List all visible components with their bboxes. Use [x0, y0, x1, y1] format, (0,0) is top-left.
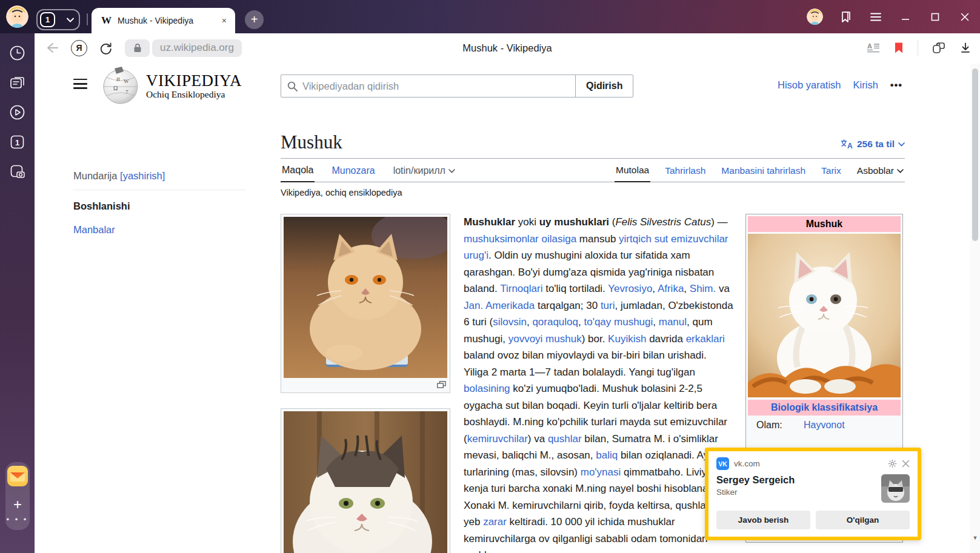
article-link[interactable]: Yevrosiyo: [608, 283, 652, 294]
notes-button[interactable]: [9, 75, 25, 91]
downloads-button[interactable]: [959, 42, 972, 54]
tab-mutolaa[interactable]: Mutolaa: [615, 160, 650, 182]
close-tab-icon[interactable]: ×: [219, 16, 229, 25]
svg-text:A: A: [867, 42, 872, 50]
tab-group-selector[interactable]: 1: [36, 9, 80, 30]
toc-item-boshlanishi[interactable]: Boshlanishi: [73, 200, 246, 212]
article-image-cat-on-book[interactable]: [281, 214, 450, 393]
reply-button[interactable]: Javob berish: [716, 511, 810, 529]
article-link[interactable]: Shim.: [690, 283, 716, 294]
article-image-tabby-cat[interactable]: [281, 408, 450, 553]
tab-manbasini-tahrirlash[interactable]: Manbasini tahrirlash: [720, 161, 807, 182]
screenshot-button[interactable]: [9, 164, 25, 180]
article-link[interactable]: bolasining: [464, 383, 510, 394]
bookmarks-panel-button[interactable]: [839, 10, 853, 24]
article-link[interactable]: mushuksimonlar oilasiga: [464, 233, 576, 245]
reader-mode-button[interactable]: A: [867, 42, 880, 54]
notification-close-button[interactable]: [902, 460, 910, 468]
sticker-thumbnail[interactable]: [881, 474, 910, 503]
wikipedia-logo[interactable]: Ω W 7 И VIKIPEDIYA Ochiq Ensiklopediya: [101, 66, 242, 105]
clock-icon: [9, 45, 25, 61]
add-shortcut-button[interactable]: +: [5, 492, 30, 517]
sync-profile-avatar[interactable]: [807, 8, 823, 25]
screenshot-camera-icon: [9, 164, 26, 180]
article-link[interactable]: zarar: [483, 516, 507, 528]
video-button[interactable]: [9, 104, 25, 121]
article-link[interactable]: Jan. Amerikada: [464, 300, 535, 311]
reload-button[interactable]: [99, 41, 113, 55]
tools-menu[interactable]: Asboblar: [856, 161, 905, 182]
wiki-search-box[interactable]: [281, 75, 576, 98]
yandex-mail-shortcut[interactable]: [7, 466, 28, 486]
mail-icon: [7, 466, 28, 486]
enlarge-icon[interactable]: [437, 381, 446, 388]
language-selector[interactable]: A 256 ta til: [841, 139, 905, 153]
browser-toolbar: Mushuk - Vikipediya Я: [35, 33, 980, 62]
girl-avatar-icon: [6, 5, 28, 28]
article-link[interactable]: erkaklari: [686, 333, 725, 345]
play-circle-icon: [9, 104, 25, 121]
reader-mode-icon: A: [867, 42, 880, 54]
bookmark-outline-icon: [839, 10, 853, 24]
window-minimize-button[interactable]: [899, 10, 912, 24]
notes-icon: [9, 75, 25, 91]
white-kitten-photo[interactable]: [748, 234, 901, 397]
wiki-main-menu-button[interactable]: [73, 79, 87, 92]
collections-button[interactable]: [932, 41, 946, 55]
article-link[interactable]: Tirnoqlari: [500, 283, 542, 294]
history-button[interactable]: [9, 45, 25, 61]
tab-munozara[interactable]: Munozara: [330, 161, 376, 182]
taxobox-row-value-link[interactable]: Hayvonot: [804, 420, 845, 431]
site-security-badge[interactable]: [125, 39, 150, 57]
search-submit-button[interactable]: Qidirish: [575, 75, 633, 98]
window-close-button[interactable]: [958, 10, 972, 24]
article-link[interactable]: kemiruvchilar: [467, 433, 528, 445]
new-tab-button[interactable]: +: [245, 10, 264, 29]
article-link[interactable]: baliq: [596, 449, 618, 461]
article-tab-bar: Maqola Munozara lotin/кирилл Mutolaa Tah…: [281, 160, 905, 182]
toc-divider: [73, 190, 246, 190]
article-link[interactable]: silovsin: [493, 316, 527, 328]
yandex-services-button[interactable]: Я: [71, 40, 87, 56]
browser-tab-active[interactable]: W Mushuk - Vikipediya ×: [92, 8, 235, 33]
article-link[interactable]: turi: [601, 300, 615, 311]
page-scrollbar[interactable]: ▼: [970, 64, 980, 553]
create-account-link[interactable]: Hisob yaratish: [778, 79, 841, 91]
toc-item-manbalar[interactable]: Manbalar: [73, 224, 115, 235]
girl-avatar-icon: [807, 8, 823, 25]
article-link[interactable]: mo'ynasi: [581, 466, 621, 478]
header-more-button[interactable]: •••: [890, 79, 902, 91]
tabby-cat-photo: [284, 411, 447, 553]
mark-read-button[interactable]: O'qilgan: [816, 511, 910, 529]
back-arrow-icon: [45, 42, 59, 54]
article-link[interactable]: to'qay mushugi: [584, 316, 653, 328]
browser-menu-button[interactable]: [869, 10, 882, 24]
tab-tarix[interactable]: Tarix: [820, 161, 842, 182]
search-input[interactable]: [302, 81, 569, 92]
bookmark-saved-button[interactable]: [893, 42, 904, 54]
article-link[interactable]: yovvoyi mushuk: [508, 333, 582, 345]
article-link[interactable]: qoraquloq: [532, 316, 578, 328]
site-tagline: Vikipediya, ochiq ensiklopediya: [281, 188, 905, 197]
article-link[interactable]: Kuyikish: [608, 333, 646, 345]
gear-icon: [888, 459, 897, 468]
notification-settings-button[interactable]: [888, 459, 897, 468]
tab-tahrirlash[interactable]: Tahrirlash: [664, 161, 707, 182]
tab-maqola[interactable]: Maqola: [281, 160, 315, 182]
scrollbar-down-arrow[interactable]: ▼: [970, 535, 980, 541]
login-link[interactable]: Kirish: [853, 79, 878, 91]
article-link[interactable]: Afrika: [658, 283, 684, 294]
variant-selector[interactable]: lotin/кирилл: [392, 161, 456, 182]
tab-title: Mushuk - Vikipediya: [118, 16, 213, 25]
browser-profile-avatar[interactable]: [6, 5, 28, 28]
article-link[interactable]: qushlar: [548, 433, 582, 445]
browser-surface: Mushuk - Vikipediya Я: [35, 33, 980, 553]
window-maximize-button[interactable]: [928, 10, 942, 24]
toc-hide-link[interactable]: [yashirish]: [120, 170, 165, 181]
scrollbar-thumb[interactable]: [972, 68, 978, 241]
rail-more-button[interactable]: • • •: [0, 515, 35, 524]
tabs-overview-button[interactable]: 1: [9, 134, 25, 150]
back-button[interactable]: [45, 42, 59, 54]
address-bar[interactable]: uz.wikipedia.org: [152, 39, 242, 57]
article-link[interactable]: manul: [659, 316, 687, 328]
